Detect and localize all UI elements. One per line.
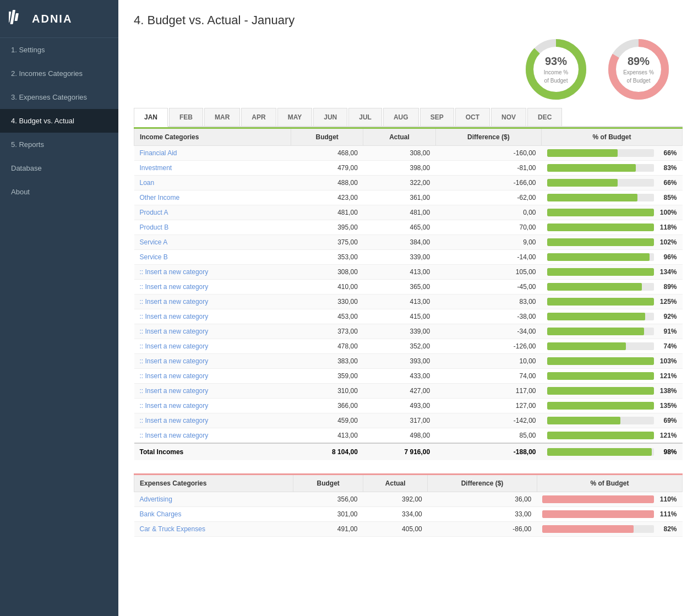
expense-donut: 89% Expenses % of Budget [606,36,672,102]
table-row: Other Income423,00361,00-62,0085% [134,190,683,205]
table-row: :: Insert a new category366,00493,00127,… [134,399,683,413]
income-col-actual: Actual [363,128,435,146]
table-row: :: Insert a new category373,00339,00-34,… [134,324,683,339]
tab-feb[interactable]: FEB [169,108,203,126]
sidebar-item-reports[interactable]: 5. Reports [0,133,118,156]
table-row: :: Insert a new category413,00498,0085,0… [134,428,683,444]
bar-cell: 125% [542,295,683,309]
bar-cell: 66% [542,146,683,161]
sidebar-item-about[interactable]: About [0,180,118,204]
tab-mar[interactable]: MAR [204,108,240,126]
bar-cell: 134% [542,265,683,280]
income-table: Income Categories Budget Actual Differen… [134,127,683,460]
table-row: :: Insert a new category330,00413,0083,0… [134,295,683,309]
bar-cell: 111% [537,507,682,522]
bar-cell: 98% [542,443,683,460]
bar-cell: 74% [542,339,683,354]
page-title: 4. Budget vs. Actual - January [134,13,683,28]
tab-apr[interactable]: APR [241,108,276,126]
income-col-diff: Difference ($) [435,128,541,146]
income-header-row: Income Categories Budget Actual Differen… [134,128,683,146]
month-tabs: JANFEBMARAPRMAYJUNJULAUGSEPOCTNOVDEC [134,108,683,127]
bar-cell: 91% [542,324,683,339]
tab-jun[interactable]: JUN [313,108,347,126]
expense-col-actual: Actual [363,475,428,492]
tab-jul[interactable]: JUL [348,108,382,126]
income-donut: 93% Income % of Budget [523,36,589,102]
expense-col-pct: % of Budget [537,475,682,492]
table-row: Bank Charges301,00334,0033,00111% [134,507,683,522]
bar-cell: 135% [542,399,683,413]
bar-cell: 100% [542,205,683,220]
expense-pct: 89% [623,55,654,68]
tab-nov[interactable]: NOV [491,108,526,126]
table-row: :: Insert a new category308,00413,00105,… [134,265,683,280]
table-row: :: Insert a new category359,00433,0074,0… [134,369,683,384]
bar-cell: 89% [542,280,683,295]
table-row: Product A481,00481,000,00100% [134,205,683,220]
logo-icon [9,10,26,28]
income-pct: 93% [544,55,568,68]
bar-cell: 138% [542,384,683,399]
expense-sub: Expenses % of Budget [623,69,654,84]
tab-dec[interactable]: DEC [527,108,562,126]
sidebar-item-settings[interactable]: 1. Settings [0,38,118,62]
bar-cell: 121% [542,428,683,444]
expense-header-row: Expenses Categories Budget Actual Differ… [134,475,683,492]
table-row: Financial Aid468,00308,00-160,0066% [134,146,683,161]
bar-cell: 66% [542,176,683,190]
income-col-budget: Budget [291,128,363,146]
bar-cell: 96% [542,250,683,265]
table-row: :: Insert a new category478,00352,00-126… [134,339,683,354]
table-row: :: Insert a new category310,00427,00117,… [134,384,683,399]
bar-cell: 103% [542,354,683,369]
bar-cell: 118% [542,220,683,235]
income-donut-label: 93% Income % of Budget [544,55,568,84]
expense-col-diff: Difference ($) [428,475,537,492]
bar-cell: 85% [542,190,683,205]
sidebar: ADNIA 1. Settings2. Incomes Categories3.… [0,0,118,616]
sidebar-item-budget[interactable]: 4. Budget vs. Actual [0,109,118,133]
income-footer-row: Total Incomes8 104,007 916,00-188,0098% [134,443,683,460]
charts-area: 93% Income % of Budget 89% Expenses % of… [134,36,683,102]
bar-cell: 102% [542,235,683,250]
tab-aug[interactable]: AUG [383,108,419,126]
table-row: Service A375,00384,009,00102% [134,235,683,250]
table-row: :: Insert a new category383,00393,0010,0… [134,354,683,369]
income-col-pct: % of Budget [542,128,683,146]
bar-cell: 69% [542,413,683,428]
table-row: :: Insert a new category453,00415,00-38,… [134,309,683,324]
income-sub: Income % of Budget [544,69,568,84]
expense-donut-label: 89% Expenses % of Budget [623,55,654,84]
bar-cell: 82% [537,522,682,537]
nav-items: 1. Settings2. Incomes Categories3. Expen… [0,38,118,204]
svg-rect-2 [14,13,18,21]
table-row: :: Insert a new category459,00317,00-142… [134,413,683,428]
income-col-category: Income Categories [134,128,291,146]
expense-col-budget: Budget [293,475,363,492]
expense-table: Expenses Categories Budget Actual Differ… [134,473,683,537]
table-row: Investment479,00398,00-81,0083% [134,161,683,176]
table-row: Advertising356,00392,0036,00110% [134,492,683,507]
bar-cell: 110% [537,492,682,507]
table-row: Service B353,00339,00-14,0096% [134,250,683,265]
bar-cell: 83% [542,161,683,176]
tab-jan[interactable]: JAN [134,108,168,127]
sidebar-item-database[interactable]: Database [0,156,118,180]
main-content: 4. Budget vs. Actual - January 93% Incom… [118,0,698,616]
logo-area: ADNIA [0,0,118,38]
logo-text: ADNIA [32,13,72,25]
tab-oct[interactable]: OCT [455,108,490,126]
bar-cell: 121% [542,369,683,384]
tab-may[interactable]: MAY [277,108,313,126]
tab-sep[interactable]: SEP [420,108,454,126]
sidebar-item-incomes[interactable]: 2. Incomes Categories [0,62,118,85]
table-row: Product B395,00465,0070,00118% [134,220,683,235]
table-row: :: Insert a new category410,00365,00-45,… [134,280,683,295]
bar-cell: 92% [542,309,683,324]
table-row: Loan488,00322,00-166,0066% [134,176,683,190]
table-row: Car & Truck Expenses491,00405,00-86,0082… [134,522,683,537]
expense-col-category: Expenses Categories [134,475,293,492]
sidebar-item-expenses[interactable]: 3. Expenses Categories [0,85,118,109]
